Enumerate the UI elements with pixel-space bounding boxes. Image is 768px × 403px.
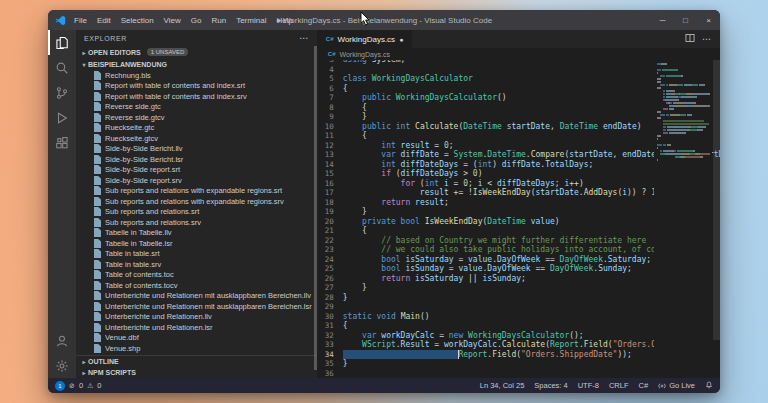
line-number: 19 [317, 207, 343, 217]
open-editors-section[interactable]: ▸ OPEN EDITORS 1 UNSAVED [76, 46, 317, 58]
file-tree-item[interactable]: Tabelle in Tabelle.llv [76, 228, 317, 239]
menu-run[interactable]: Run [206, 16, 231, 25]
file-tree-item[interactable]: Sub reports and relations.srv [76, 217, 317, 228]
minimize-button[interactable]: ─ [651, 10, 674, 30]
code-region[interactable]: 3using System;45class WorkingDaysCalcula… [317, 60, 720, 378]
file-tree-item[interactable]: Report with table of contents and index.… [76, 81, 317, 92]
file-tree-item[interactable]: Table in table.srv [76, 259, 317, 270]
menu-view[interactable]: View [159, 16, 186, 25]
file-tree-item[interactable]: Rueckseite.gtcv [76, 133, 317, 144]
tab-label: WorkingDays.cs [337, 35, 395, 44]
file-name: Rechnung.bls [105, 71, 317, 80]
minimap[interactable] [654, 60, 712, 378]
menu-file[interactable]: File [69, 16, 92, 25]
line-number: 18 [317, 198, 343, 208]
sidebar-title: EXPLORER [84, 35, 127, 42]
file-tree-item[interactable]: Rechnung.bls [76, 70, 317, 81]
sidebar-more-actions-icon[interactable]: ⋯ [299, 33, 309, 43]
file-name: Sub reports and relations.srt [105, 207, 317, 216]
extensions-icon[interactable] [48, 130, 76, 155]
file-tree-item[interactable]: Unterberichte und Relationen mit ausklap… [76, 301, 317, 312]
warning-icon[interactable]: ⚠ [87, 382, 93, 390]
file-tree-item[interactable]: Sub reports and relations with expandabl… [76, 186, 317, 197]
modified-dot-icon[interactable]: ● [399, 36, 403, 43]
file-name: Unterberichte und Relationen.lsr [105, 323, 317, 332]
line-number: 17 [317, 188, 343, 198]
menu-terminal[interactable]: Terminal [231, 16, 271, 25]
file-tree-item[interactable]: Side-by-Side Bericht.llv [76, 144, 317, 155]
close-button[interactable]: × [697, 10, 720, 30]
warning-count[interactable]: 0 [97, 381, 101, 390]
file-tree-item[interactable]: Table in table.srt [76, 249, 317, 260]
status-item[interactable]: C# [639, 381, 649, 390]
status-item[interactable]: Ln 34, Col 25 [480, 381, 525, 390]
tab-workingdays[interactable]: C# WorkingDays.cs ● [317, 30, 413, 48]
vscode-logo-icon [55, 15, 66, 26]
line-number: 16 [317, 179, 343, 189]
file-icon [94, 291, 101, 300]
source-control-icon[interactable] [48, 80, 76, 105]
maximize-button[interactable]: □ [674, 10, 697, 30]
settings-gear-icon[interactable] [48, 353, 76, 378]
status-bar: 1 ⊘ 0 ⚠ 0 Ln 34, Col 25Spaces: 4UTF-8CRL… [48, 378, 720, 393]
notifications-bell-icon[interactable] [705, 380, 713, 391]
file-name: Side-by-Side report.srt [105, 165, 317, 174]
file-tree-item[interactable]: Side-by-Side Bericht.lsr [76, 154, 317, 165]
file-icon [94, 165, 101, 174]
file-name: Table of contents.tocv [105, 281, 317, 290]
line-number: 14 [317, 160, 343, 170]
file-tree-item[interactable]: Unterberichte und Relationen mit ausklap… [76, 291, 317, 302]
status-item[interactable]: Spaces: 4 [534, 381, 567, 390]
activity-bar [48, 30, 76, 378]
menu-edit[interactable]: Edit [92, 16, 116, 25]
file-tree-item[interactable]: Tabelle in Tabelle.lsr [76, 238, 317, 249]
go-live-button[interactable]: Go Live [658, 381, 695, 390]
file-icon [94, 270, 101, 279]
menu-selection[interactable]: Selection [116, 16, 159, 25]
file-tree-item[interactable]: Unterberichte und Relationen.llv [76, 312, 317, 323]
file-icon [94, 155, 101, 164]
run-debug-icon[interactable] [48, 105, 76, 130]
mouse-cursor [360, 12, 370, 30]
line-number: 22 [317, 236, 343, 246]
explorer-icon[interactable] [48, 30, 76, 55]
file-tree-item[interactable]: Table of contents.tocv [76, 280, 317, 291]
file-name: Side-by-Side Bericht.llv [105, 144, 317, 153]
file-tree-item[interactable]: Side-by-Side report.srv [76, 175, 317, 186]
sidebar-header: EXPLORER ⋯ [76, 30, 317, 46]
outline-section[interactable]: ▸ OUTLINE [76, 356, 317, 367]
title-bar: FileEditSelectionViewGoRunTerminalHelp ●… [48, 10, 720, 30]
notification-badge[interactable]: 1 [55, 381, 65, 391]
file-icon [94, 333, 101, 342]
file-tree-item[interactable]: Report with table of contents and index.… [76, 91, 317, 102]
status-right-items: Ln 34, Col 25Spaces: 4UTF-8CRLFC# [480, 381, 648, 390]
file-tree-item[interactable]: Unterberichte und Relationen.lsr [76, 322, 317, 333]
folder-section[interactable]: ▾ BEISPIELANWENDUNG [76, 58, 317, 70]
error-icon[interactable]: ⊘ [69, 382, 75, 390]
chevron-down-icon: ▾ [80, 61, 88, 68]
file-tree-item[interactable]: Reverse side.gtc [76, 102, 317, 113]
account-icon[interactable] [48, 328, 76, 353]
status-item[interactable]: CRLF [609, 381, 629, 390]
file-tree-item[interactable]: Rueckseite.gtc [76, 123, 317, 134]
file-tree-item[interactable]: Side-by-Side report.srt [76, 165, 317, 176]
file-tree-item[interactable]: Venue.shp [76, 343, 317, 354]
line-number: 13 [317, 150, 343, 160]
file-tree-item[interactable]: Venue.dbf [76, 333, 317, 344]
line-number: 11 [317, 131, 343, 141]
npm-scripts-section[interactable]: ▸ NPM SCRIPTS [76, 367, 317, 378]
chevron-right-icon: ▸ [80, 358, 88, 365]
more-actions-icon[interactable]: ⋯ [702, 34, 711, 44]
search-icon[interactable] [48, 55, 76, 80]
file-tree-item[interactable]: Table of contents.toc [76, 270, 317, 281]
menu-go[interactable]: Go [186, 16, 207, 25]
file-name: Sub reports and relations with expandabl… [105, 186, 317, 195]
file-tree-item[interactable]: Sub reports and relations.srt [76, 207, 317, 218]
split-editor-icon[interactable] [685, 33, 695, 45]
error-count[interactable]: 0 [79, 381, 83, 390]
status-item[interactable]: UTF-8 [578, 381, 599, 390]
file-tree-item[interactable]: Sub reports and relations with expandabl… [76, 196, 317, 207]
file-tree-item[interactable]: Reverse side.gtcv [76, 112, 317, 123]
editor-scrollbar[interactable] [713, 60, 720, 340]
breadcrumb[interactable]: C# WorkingDays.cs [317, 48, 720, 60]
